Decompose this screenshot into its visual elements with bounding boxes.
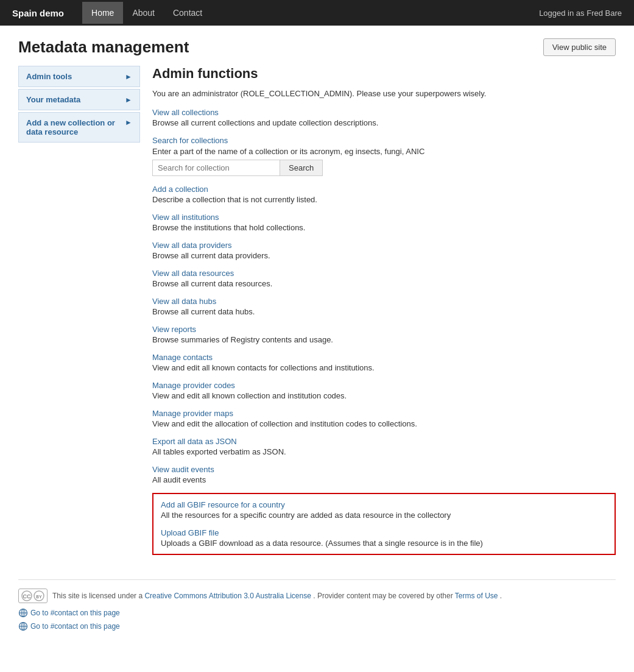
section-view-collections: View all collections Browse all current …: [152, 108, 616, 127]
view-audit-events-link[interactable]: View audit events: [152, 465, 616, 474]
svg-text:CC: CC: [23, 593, 31, 599]
section-view-institutions: View all institutions Browse the institu…: [152, 213, 616, 232]
manage-contacts-link[interactable]: Manage contacts: [152, 353, 616, 362]
nav-home[interactable]: Home: [82, 2, 123, 24]
globe-icon: [18, 608, 28, 618]
svg-text:BY: BY: [36, 595, 42, 599]
view-audit-events-desc: All audit events: [152, 475, 206, 484]
add-collection-desc: Describe a collection that is not curren…: [152, 195, 317, 204]
search-input[interactable]: [152, 160, 280, 176]
sidebar: Admin tools ► Your metadata ► Add a new …: [18, 66, 140, 555]
view-all-collections-desc: Browse all current collections and updat…: [152, 118, 378, 127]
search-section-desc: Enter a part of the name of a collection…: [152, 147, 616, 156]
content-heading: Admin functions: [152, 66, 616, 82]
search-collections-section: Search for collections Enter a part of t…: [152, 136, 616, 176]
view-all-data-resources-desc: Browse all current data resources.: [152, 279, 272, 288]
view-all-institutions-desc: Browse the institutions that hold collec…: [152, 223, 305, 232]
section-upload-gbif: Upload GBIF file Uploads a GBIF download…: [161, 528, 607, 548]
logged-in-user: Logged in as Fred Bare: [539, 9, 622, 18]
export-json-desc: All tables exported verbatim as JSON.: [152, 447, 286, 456]
globe-icon-2: [18, 621, 28, 631]
view-all-collections-link[interactable]: View all collections: [152, 108, 616, 117]
section-export-json: Export all data as JSON All tables expor…: [152, 437, 616, 456]
content-area: Admin functions You are an administrator…: [152, 66, 616, 555]
sidebar-item-your-metadata[interactable]: Your metadata ►: [18, 89, 140, 110]
section-manage-provider-maps: Manage provider maps View and edit the a…: [152, 409, 616, 428]
nav-contact[interactable]: Contact: [164, 2, 211, 24]
view-all-institutions-link[interactable]: View all institutions: [152, 213, 616, 222]
view-public-site-button[interactable]: View public site: [543, 38, 616, 56]
add-gbif-country-desc: All the resources for a specific country…: [161, 511, 451, 520]
nav-about[interactable]: About: [123, 2, 164, 24]
section-view-data-resources: View all data resources Browse all curre…: [152, 269, 616, 288]
nav-links: Home About Contact: [82, 2, 539, 24]
contact-page-link-1[interactable]: Go to #contact on this page: [30, 609, 120, 617]
site-brand: Spain demo: [12, 8, 64, 18]
view-reports-desc: Browse summaries of Registry contents an…: [152, 335, 333, 344]
export-json-link[interactable]: Export all data as JSON: [152, 437, 616, 446]
section-add-collection: Add a collection Describe a collection t…: [152, 185, 616, 204]
sidebar-admin-tools-label: Admin tools: [26, 72, 72, 81]
manage-provider-maps-desc: View and edit the allocation of collecti…: [152, 419, 417, 428]
upload-gbif-desc: Uploads a GBIF download as a data resour…: [161, 539, 483, 548]
footer-contact-link-2[interactable]: Go to #contact on this page: [18, 621, 616, 631]
section-audit-events: View audit events All audit events: [152, 465, 616, 484]
manage-provider-maps-link[interactable]: Manage provider maps: [152, 409, 616, 418]
search-section-title: Search for collections: [152, 136, 616, 145]
search-row: Search: [152, 160, 616, 176]
cc-license-link[interactable]: Creative Commons Attribution 3.0 Austral…: [144, 592, 311, 600]
section-manage-contacts: Manage contacts View and edit all known …: [152, 353, 616, 372]
cc-svg: CC: [21, 590, 32, 601]
section-view-data-providers: View all data providers Browse all curre…: [152, 241, 616, 260]
sidebar-add-collection-label: Add a new collection or data resource: [26, 118, 125, 136]
manage-provider-codes-link[interactable]: Manage provider codes: [152, 381, 616, 390]
top-navigation: Spain demo Home About Contact Logged in …: [0, 0, 634, 26]
view-all-data-providers-link[interactable]: View all data providers: [152, 241, 616, 250]
footer-license-text: This site is licensed under a Creative C…: [52, 592, 502, 600]
page-title: Metadata management: [18, 38, 189, 57]
admin-intro-text: You are an administrator (ROLE_COLLECTIO…: [152, 89, 616, 98]
view-reports-link[interactable]: View reports: [152, 325, 616, 334]
contact-page-link-2[interactable]: Go to #contact on this page: [30, 622, 120, 631]
add-gbif-country-link[interactable]: Add all GBIF resource for a country: [161, 500, 607, 509]
footer-license-row: CC BY This site is licensed under a Crea…: [18, 589, 616, 603]
manage-provider-codes-desc: View and edit all known collection and i…: [152, 391, 347, 400]
view-all-data-hubs-desc: Browse all current data hubs.: [152, 307, 255, 316]
section-manage-provider-codes: Manage provider codes View and edit all …: [152, 381, 616, 400]
sidebar-your-metadata-label: Your metadata: [26, 95, 80, 104]
sidebar-item-admin-tools[interactable]: Admin tools ►: [18, 66, 140, 87]
view-all-data-providers-desc: Browse all current data providers.: [152, 251, 270, 260]
cc-license-icon: CC BY: [18, 589, 48, 603]
section-view-data-hubs: View all data hubs Browse all current da…: [152, 297, 616, 316]
page-header: Metadata management View public site: [0, 26, 634, 66]
chevron-right-icon: ►: [125, 96, 132, 104]
terms-of-use-link[interactable]: Terms of Use: [455, 592, 498, 600]
sidebar-item-add-collection[interactable]: Add a new collection or data resource ►: [18, 112, 140, 143]
footer-contact-link-1[interactable]: Go to #contact on this page: [18, 608, 616, 618]
red-box-section: Add all GBIF resource for a country All …: [152, 493, 616, 555]
manage-contacts-desc: View and edit all known contacts for col…: [152, 363, 375, 372]
upload-gbif-link[interactable]: Upload GBIF file: [161, 528, 607, 537]
view-all-data-resources-link[interactable]: View all data resources: [152, 269, 616, 278]
chevron-right-icon: ►: [125, 118, 132, 127]
search-button[interactable]: Search: [280, 160, 323, 176]
view-all-data-hubs-link[interactable]: View all data hubs: [152, 297, 616, 306]
main-layout: Admin tools ► Your metadata ► Add a new …: [0, 66, 634, 567]
by-svg: BY: [33, 590, 44, 601]
section-view-reports: View reports Browse summaries of Registr…: [152, 325, 616, 344]
add-collection-link[interactable]: Add a collection: [152, 185, 616, 194]
section-gbif-country: Add all GBIF resource for a country All …: [161, 500, 607, 520]
chevron-right-icon: ►: [125, 73, 132, 81]
footer: CC BY This site is licensed under a Crea…: [18, 579, 616, 631]
